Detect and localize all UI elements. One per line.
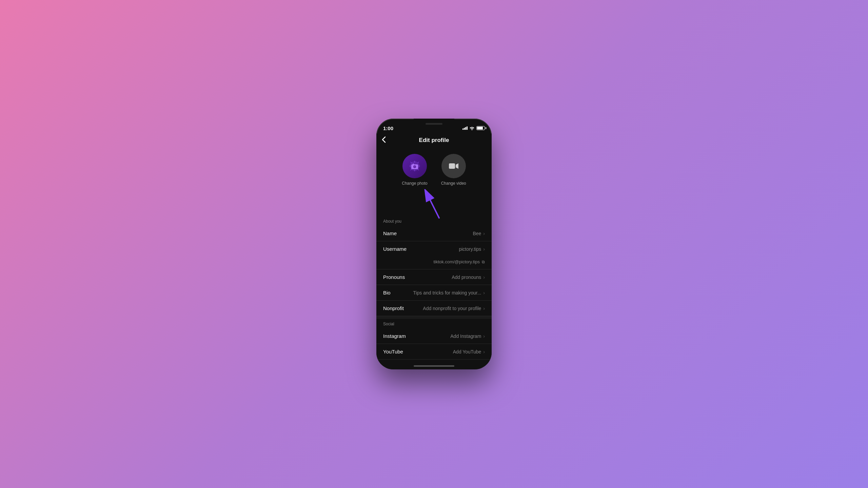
name-value: Bee (473, 231, 481, 236)
youtube-value: Add YouTube (453, 349, 481, 354)
youtube-chevron: › (483, 349, 485, 354)
home-bar (414, 365, 454, 367)
name-label: Name (383, 230, 397, 236)
youtube-row[interactable]: YouTube Add YouTube › (376, 344, 492, 360)
edit-profile-header: Edit profile (376, 134, 492, 147)
phone-frame: 1:00 Edit profile (376, 119, 492, 369)
username-value: pictory.tips (459, 246, 481, 252)
section-divider (376, 316, 492, 319)
username-row[interactable]: Username pictory.tips › (376, 241, 492, 257)
url-row[interactable]: tiktok.com/@pictory.tips ⧉ (376, 257, 492, 269)
nonprofit-value-group: Add nonprofit to your profile › (423, 306, 485, 311)
nonprofit-label: Nonprofit (383, 305, 404, 311)
screen: Edit profile (376, 134, 492, 369)
back-button[interactable] (382, 136, 386, 145)
svg-rect-4 (413, 164, 414, 164)
name-row[interactable]: Name Bee › (376, 226, 492, 241)
svg-rect-13 (449, 163, 455, 169)
instagram-value: Add Instagram (450, 333, 481, 339)
form-section[interactable]: About you Name Bee › Username pictory.ti… (376, 216, 492, 363)
url-text: tiktok.com/@pictory.tips (434, 259, 480, 264)
bio-row[interactable]: Bio Tips and tricks for making your... › (376, 285, 492, 301)
pronouns-chevron: › (483, 274, 485, 280)
username-value-group: pictory.tips › (459, 246, 485, 252)
social-section-label: Social (376, 319, 492, 328)
phone-notch (414, 119, 454, 129)
page-title: Edit profile (419, 137, 449, 144)
instagram-row[interactable]: Instagram Add Instagram › (376, 328, 492, 344)
change-video-label: Change video (441, 181, 466, 186)
phone-speaker (426, 123, 442, 125)
change-photo-label: Change photo (402, 181, 427, 186)
bio-chevron: › (483, 290, 485, 296)
camera-icon (409, 161, 420, 171)
pronouns-value: Add pronouns (452, 274, 481, 280)
svg-line-9 (411, 162, 412, 163)
copy-icon[interactable]: ⧉ (482, 260, 485, 264)
instagram-chevron: › (483, 333, 485, 339)
username-label: Username (383, 246, 407, 252)
instagram-value-group: Add Instagram › (450, 333, 485, 339)
change-photo-button[interactable]: Change photo (402, 154, 427, 186)
svg-line-12 (411, 169, 412, 170)
youtube-label: YouTube (383, 349, 403, 354)
arrow-svg (420, 189, 448, 220)
svg-line-15 (427, 194, 439, 218)
battery-icon (476, 126, 485, 130)
change-video-button[interactable]: Change video (441, 154, 466, 186)
pronouns-value-group: Add pronouns › (452, 274, 485, 280)
signal-bars-icon (462, 126, 468, 130)
svg-line-11 (418, 162, 419, 163)
profile-photo-circle (402, 154, 427, 178)
status-icons (462, 126, 485, 130)
video-icon (448, 162, 459, 170)
name-chevron: › (483, 231, 485, 236)
wifi-icon (469, 126, 475, 130)
username-chevron: › (483, 246, 485, 252)
status-time: 1:00 (383, 125, 393, 131)
arrow-annotation (376, 189, 492, 216)
instagram-label: Instagram (383, 333, 406, 339)
bio-value-group: Tips and tricks for making your... › (413, 290, 485, 296)
home-indicator (376, 363, 492, 369)
youtube-value-group: Add YouTube › (453, 349, 485, 354)
nonprofit-value: Add nonprofit to your profile (423, 306, 481, 311)
pronouns-row[interactable]: Pronouns Add pronouns › (376, 269, 492, 285)
nonprofit-row[interactable]: Nonprofit Add nonprofit to your profile … (376, 301, 492, 316)
svg-line-10 (418, 169, 419, 170)
bio-label: Bio (383, 290, 391, 296)
video-circle (441, 154, 466, 178)
svg-point-3 (414, 166, 415, 168)
name-value-group: Bee › (473, 231, 485, 236)
photo-section: Change photo Change video (376, 147, 492, 189)
pronouns-label: Pronouns (383, 274, 405, 280)
bio-value: Tips and tricks for making your... (413, 290, 481, 296)
nonprofit-chevron: › (483, 306, 485, 311)
